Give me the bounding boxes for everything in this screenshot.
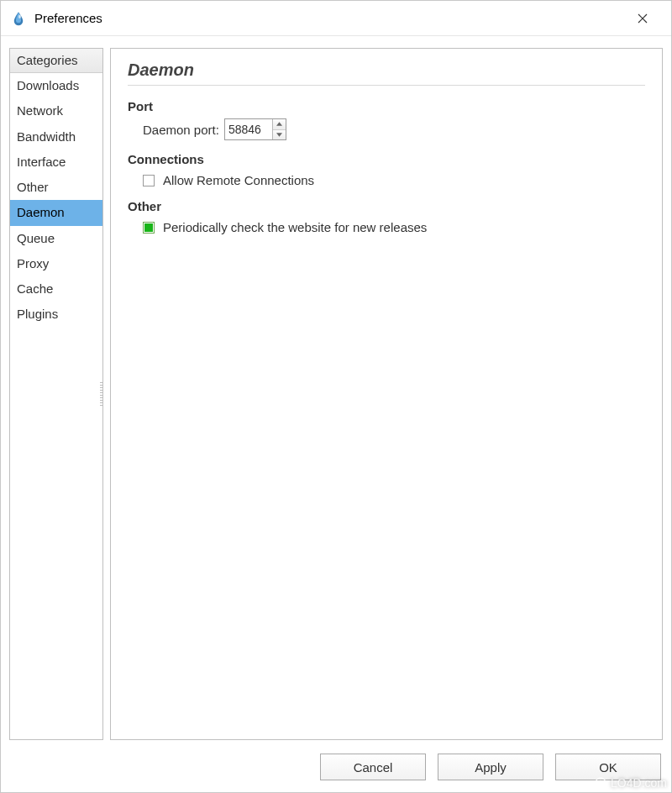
preferences-window: Preferences Categories Downloads Network… (0, 0, 672, 793)
dialog-footer: Cancel Apply OK (1, 745, 671, 792)
ok-button[interactable]: OK (555, 754, 661, 780)
spinner-up-button[interactable] (273, 119, 286, 130)
daemon-port-row: Daemon port: (143, 118, 645, 140)
cancel-button[interactable]: Cancel (320, 754, 426, 780)
window-title: Preferences (34, 11, 626, 25)
section-other: Other (128, 199, 645, 213)
spinner-buttons (272, 119, 286, 139)
sidebar-item-cache[interactable]: Cache (10, 276, 102, 302)
check-releases-checkbox[interactable] (143, 222, 155, 234)
check-releases-row: Periodically check the website for new r… (143, 220, 645, 234)
settings-panel: Daemon Port Daemon port: Connec (110, 48, 663, 740)
sidebar-header: Categories (10, 49, 102, 73)
sidebar-item-network[interactable]: Network (10, 98, 102, 123)
panel-title: Daemon (128, 60, 645, 86)
titlebar: Preferences (1, 1, 671, 36)
allow-remote-row: Allow Remote Connections (143, 173, 645, 187)
sidebar-item-bandwidth[interactable]: Bandwidth (10, 124, 102, 150)
daemon-port-label: Daemon port: (143, 123, 219, 137)
sidebar-item-downloads[interactable]: Downloads (10, 73, 102, 98)
daemon-port-input[interactable] (225, 119, 272, 139)
sidebar-item-plugins[interactable]: Plugins (10, 302, 102, 327)
daemon-port-spinner (224, 118, 286, 140)
section-port: Port (128, 99, 645, 113)
close-button[interactable] (626, 1, 659, 35)
check-releases-label: Periodically check the website for new r… (163, 220, 427, 234)
dialog-body: Categories Downloads Network Bandwidth I… (1, 36, 671, 745)
sidebar-item-queue[interactable]: Queue (10, 226, 102, 251)
allow-remote-checkbox[interactable] (143, 175, 155, 186)
sidebar-item-other[interactable]: Other (10, 175, 102, 200)
resize-grip-icon[interactable] (100, 382, 103, 406)
sidebar-item-daemon[interactable]: Daemon (10, 200, 102, 225)
apply-button[interactable]: Apply (438, 754, 543, 780)
sidebar-item-proxy[interactable]: Proxy (10, 251, 102, 276)
allow-remote-label: Allow Remote Connections (163, 173, 314, 187)
sidebar-items: Downloads Network Bandwidth Interface Ot… (10, 73, 102, 739)
svg-point-0 (18, 14, 21, 18)
spinner-down-button[interactable] (273, 130, 286, 140)
section-connections: Connections (128, 152, 645, 166)
categories-sidebar: Categories Downloads Network Bandwidth I… (9, 48, 103, 740)
app-icon (11, 11, 26, 26)
sidebar-item-interface[interactable]: Interface (10, 150, 102, 175)
